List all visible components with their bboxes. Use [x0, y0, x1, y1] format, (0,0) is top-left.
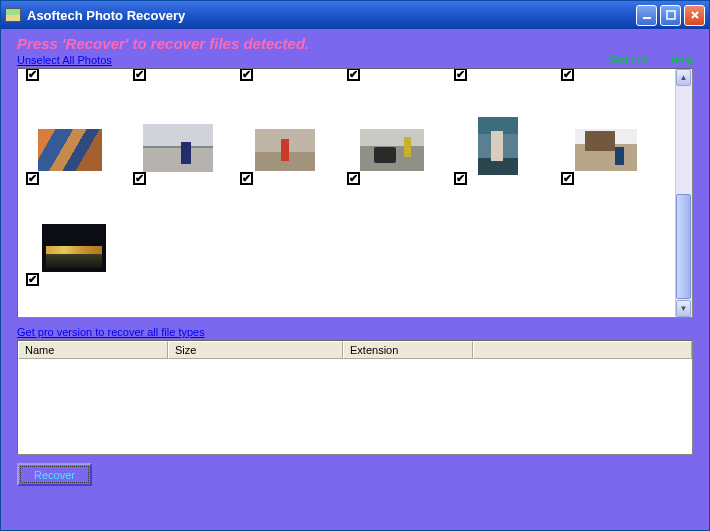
photo-checkbox[interactable]: ✔ — [240, 69, 253, 81]
photo-item: ✔ — [26, 171, 39, 185]
photo-thumbnail[interactable] — [575, 129, 637, 171]
instruction-text: Press 'Recover' to recover files detecte… — [17, 33, 693, 54]
photo-checkbox[interactable]: ✔ — [26, 172, 39, 185]
photo-item: ✔ — [133, 171, 146, 185]
maximize-icon — [666, 10, 676, 20]
window-controls — [636, 5, 705, 26]
photo-thumbnail[interactable] — [38, 129, 102, 171]
svg-rect-1 — [667, 11, 675, 19]
photo-thumbnail[interactable] — [360, 129, 424, 171]
photo-item: ✔ — [561, 69, 574, 81]
scroll-thumb[interactable] — [676, 194, 691, 299]
photo-checkbox[interactable]: ✔ — [133, 172, 146, 185]
photo-checkbox[interactable]: ✔ — [454, 172, 467, 185]
photo-grid: ✔ ✔ ✔ ✔ ✔ ✔ — [18, 69, 675, 317]
photo-checkbox[interactable]: ✔ — [26, 69, 39, 81]
photo-item: ✔ — [26, 69, 39, 81]
help-link[interactable]: Help — [670, 54, 693, 66]
col-extension[interactable]: Extension — [343, 341, 473, 359]
photo-item: ✔ — [454, 171, 467, 185]
photo-panel: ✔ ✔ ✔ ✔ ✔ ✔ — [17, 68, 693, 318]
photo-thumbnail[interactable] — [143, 124, 213, 172]
close-button[interactable] — [684, 5, 705, 26]
photo-checkbox[interactable]: ✔ — [347, 172, 360, 185]
titlebar[interactable]: Asoftech Photo Recovery — [1, 1, 709, 29]
table-header: Name Size Extension — [18, 341, 692, 359]
unselect-all-link[interactable]: Unselect All Photos — [17, 54, 112, 66]
photo-item[interactable] — [143, 124, 213, 172]
col-name[interactable]: Name — [18, 341, 168, 359]
photo-checkbox[interactable]: ✔ — [26, 273, 39, 286]
photo-checkbox[interactable]: ✔ — [454, 69, 467, 81]
photo-item: ✔ — [240, 69, 253, 81]
col-size[interactable]: Size — [168, 341, 343, 359]
maximize-button[interactable] — [660, 5, 681, 26]
client-area: Press 'Recover' to recover files detecte… — [1, 29, 709, 530]
photo-thumbnail[interactable] — [478, 117, 518, 175]
photo-checkbox[interactable]: ✔ — [561, 69, 574, 81]
photo-item[interactable] — [42, 224, 106, 272]
top-link-row: Unselect All Photos Settings Help — [17, 54, 693, 68]
photo-checkbox[interactable]: ✔ — [240, 172, 253, 185]
pro-version-link[interactable]: Get pro version to recover all file type… — [17, 318, 693, 340]
minimize-button[interactable] — [636, 5, 657, 26]
window-title: Asoftech Photo Recovery — [27, 8, 636, 23]
col-spacer — [473, 341, 692, 359]
scrollbar[interactable]: ▲ ▼ — [675, 69, 692, 317]
photo-item: ✔ — [454, 69, 467, 81]
file-table: Name Size Extension — [17, 340, 693, 455]
photo-checkbox[interactable]: ✔ — [561, 172, 574, 185]
scroll-up-button[interactable]: ▲ — [676, 69, 691, 86]
photo-thumbnail[interactable] — [42, 224, 106, 272]
photo-item: ✔ — [240, 171, 253, 185]
svg-rect-0 — [643, 17, 651, 19]
photo-item: ✔ — [133, 69, 146, 81]
photo-item: ✔ — [347, 171, 360, 185]
scroll-down-button[interactable]: ▼ — [676, 300, 691, 317]
photo-item[interactable] — [255, 129, 315, 171]
close-icon — [690, 10, 700, 20]
photo-item: ✔ — [347, 69, 360, 81]
photo-item[interactable] — [38, 129, 102, 171]
button-row: Recover — [17, 455, 693, 486]
photo-thumbnail[interactable] — [255, 129, 315, 171]
minimize-icon — [642, 10, 652, 20]
photo-item: ✔ — [26, 272, 39, 286]
photo-item[interactable] — [478, 117, 518, 175]
photo-checkbox[interactable]: ✔ — [347, 69, 360, 81]
photo-item[interactable] — [575, 129, 637, 171]
photo-item[interactable] — [360, 129, 424, 171]
app-icon — [5, 8, 21, 22]
photo-checkbox[interactable]: ✔ — [133, 69, 146, 81]
photo-item: ✔ — [561, 171, 574, 185]
right-links: Settings Help — [587, 54, 693, 66]
recover-button[interactable]: Recover — [17, 463, 92, 486]
settings-link[interactable]: Settings — [609, 54, 649, 66]
app-window: Asoftech Photo Recovery Press 'Recover' … — [0, 0, 710, 531]
